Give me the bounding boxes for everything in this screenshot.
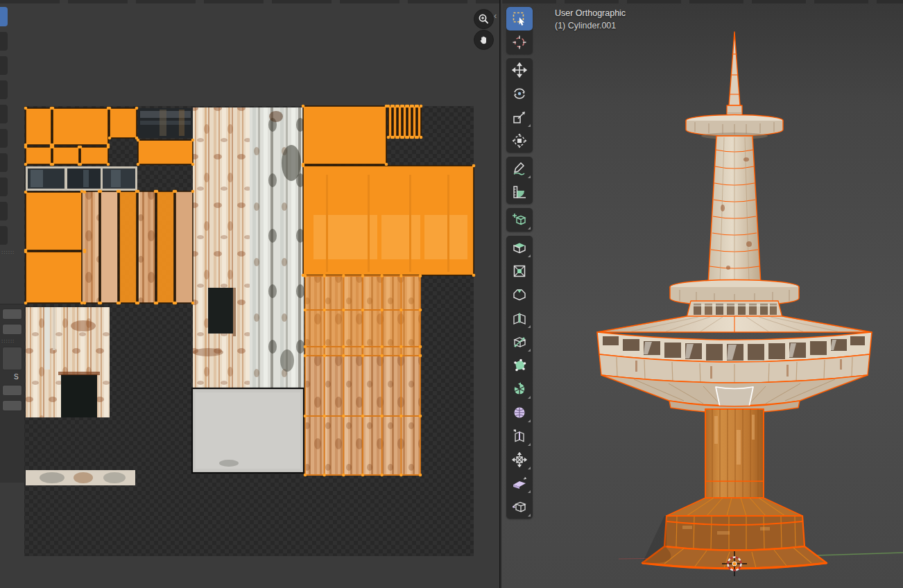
y-axis-line	[816, 553, 903, 555]
tool-cursor[interactable]	[506, 31, 533, 54]
tool-edge-slide[interactable]	[506, 424, 533, 448]
tool-shear[interactable]	[506, 472, 533, 495]
loop-cut-icon	[511, 310, 528, 327]
inset-faces-icon	[511, 263, 528, 279]
spin-icon	[511, 381, 528, 397]
magnifier-plus-icon	[478, 13, 490, 25]
poly-build-icon	[511, 357, 528, 374]
blender-window: :::::: :::::: S	[0, 0, 903, 588]
smooth-icon	[511, 404, 528, 421]
object-label: (1) Cylinder.001	[555, 19, 626, 32]
tool-inset-faces[interactable]	[506, 259, 533, 283]
sidebar-collapse-arrow[interactable]: ‹	[494, 11, 497, 20]
viewport-toolbar[interactable]	[506, 7, 533, 523]
move-icon	[511, 62, 528, 78]
tool-select-box[interactable]	[506, 7, 533, 31]
active-face[interactable]	[716, 387, 753, 409]
tool-measure[interactable]	[506, 180, 533, 204]
viewport-header-text: User Orthographic (1) Cylinder.001	[555, 7, 626, 32]
tower-model[interactable]	[597, 32, 872, 569]
transform-icon	[511, 132, 528, 149]
view-label: User Orthographic	[555, 7, 626, 19]
select-box-icon	[511, 10, 528, 27]
tool-smooth[interactable]	[506, 401, 533, 424]
add-cube-icon	[511, 211, 528, 228]
zoom-gizmo[interactable]	[474, 9, 494, 29]
edge-slide-icon	[511, 428, 528, 444]
tool-move[interactable]	[506, 58, 533, 82]
viewport-3d[interactable]: User Orthographic (1) Cylinder.001	[502, 0, 903, 588]
tool-scale[interactable]	[506, 105, 533, 129]
tool-poly-build[interactable]	[506, 354, 533, 377]
shrink-fatten-icon	[511, 451, 528, 468]
tool-bevel[interactable]	[506, 283, 533, 306]
viewport-scene[interactable]	[502, 0, 903, 588]
tool-extrude-region[interactable]	[506, 236, 533, 259]
scale-icon	[511, 109, 528, 126]
knife-icon	[511, 334, 528, 350]
measure-icon	[511, 184, 528, 200]
cursor-tool-icon	[511, 34, 528, 51]
uv-grid-island[interactable]	[304, 275, 422, 477]
pan-gizmo[interactable]	[474, 30, 494, 50]
uv-editor[interactable]: :::::: :::::: S	[0, 0, 499, 588]
tool-knife[interactable]	[506, 330, 533, 354]
extrude-region-icon	[511, 239, 528, 256]
tool-shrink-fatten[interactable]	[506, 448, 533, 472]
shear-icon	[511, 475, 528, 492]
tool-annotate[interactable]	[506, 157, 533, 180]
tool-rotate[interactable]	[506, 82, 533, 105]
tool-transform[interactable]	[506, 129, 533, 153]
rotate-icon	[511, 85, 528, 102]
hand-icon	[479, 35, 490, 46]
tool-rip-region[interactable]	[506, 495, 533, 519]
annotate-icon	[511, 160, 528, 177]
tool-add-cube[interactable]	[506, 208, 533, 232]
tool-spin[interactable]	[506, 377, 533, 401]
bevel-icon	[511, 286, 528, 303]
rip-region-icon	[511, 499, 528, 515]
tool-loop-cut[interactable]	[506, 306, 533, 330]
uv-canvas[interactable]	[0, 0, 499, 588]
